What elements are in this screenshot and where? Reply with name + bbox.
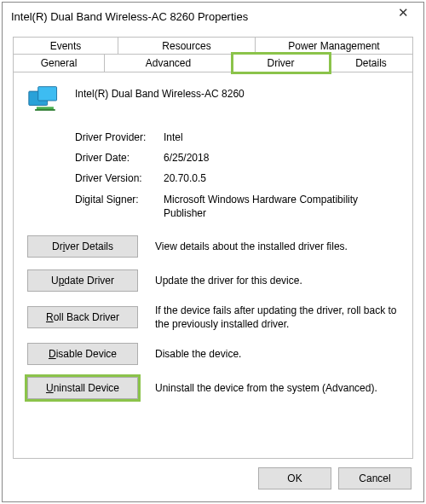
tab-advanced[interactable]: Advanced — [105, 54, 233, 72]
svg-rect-2 — [37, 107, 54, 109]
driver-details-desc: View details about the installed driver … — [155, 240, 399, 253]
driver-details-button[interactable]: Driver Details — [27, 235, 138, 258]
rollback-driver-button[interactable]: Roll Back Driver — [27, 306, 138, 328]
provider-label: Driver Provider: — [75, 130, 164, 144]
signer-value: Microsoft Windows Hardware Compatibility… — [164, 193, 399, 220]
tab-driver[interactable]: Driver — [233, 54, 330, 72]
close-button[interactable]: ✕ — [386, 4, 420, 25]
tab-power-management[interactable]: Power Management — [256, 37, 413, 55]
driver-properties: Driver Provider: Intel Driver Date: 6/25… — [75, 130, 399, 220]
version-value: 20.70.0.5 — [164, 171, 206, 185]
update-driver-button[interactable]: Update Driver — [27, 269, 138, 292]
disable-device-button[interactable]: Disable Device — [27, 343, 138, 365]
tab-resources[interactable]: Resources — [118, 37, 256, 55]
uninstall-device-button[interactable]: Uninstall Device — [27, 377, 138, 399]
svg-rect-1 — [38, 87, 57, 101]
tab-general[interactable]: General — [13, 54, 105, 72]
window-title: Intel(R) Dual Band Wireless-AC 8260 Prop… — [11, 10, 248, 23]
date-label: Driver Date: — [75, 151, 164, 165]
tab-events[interactable]: Events — [13, 37, 118, 55]
dialog-footer: OK Cancel — [3, 467, 423, 501]
date-value: 6/25/2018 — [164, 151, 209, 165]
device-name: Intel(R) Dual Band Wireless-AC 8260 — [75, 86, 245, 100]
tabs: Events Resources Power Management Genera… — [3, 28, 423, 72]
cancel-button[interactable]: Cancel — [338, 467, 412, 490]
titlebar: Intel(R) Dual Band Wireless-AC 8260 Prop… — [3, 3, 423, 28]
rollback-driver-desc: If the device fails after updating the d… — [155, 304, 399, 331]
svg-rect-3 — [35, 109, 55, 111]
ok-button[interactable]: OK — [258, 467, 331, 490]
driver-actions: Driver Details View details about the in… — [27, 235, 399, 399]
network-adapter-icon — [27, 86, 61, 115]
properties-dialog: Intel(R) Dual Band Wireless-AC 8260 Prop… — [2, 2, 424, 502]
uninstall-device-desc: Uninstall the device from the system (Ad… — [155, 381, 399, 395]
version-label: Driver Version: — [75, 171, 164, 185]
disable-device-desc: Disable the device. — [155, 347, 399, 361]
driver-panel: Intel(R) Dual Band Wireless-AC 8260 Driv… — [13, 72, 413, 459]
tab-details[interactable]: Details — [330, 54, 413, 72]
signer-label: Digital Signer: — [75, 193, 164, 220]
provider-value: Intel — [164, 130, 183, 144]
update-driver-desc: Update the driver for this device. — [155, 274, 399, 287]
